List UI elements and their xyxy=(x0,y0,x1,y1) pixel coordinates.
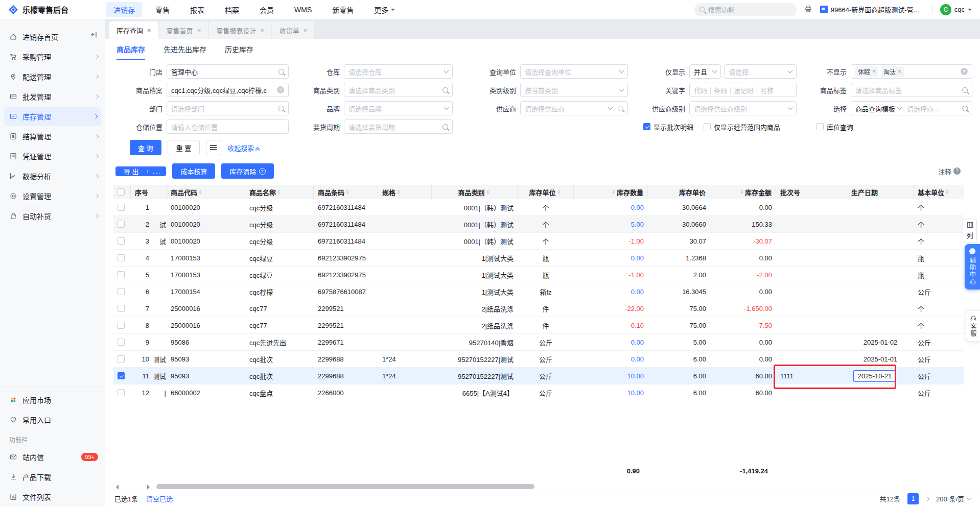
subtab-fifo-stock[interactable]: 先进先出库存 xyxy=(164,44,206,60)
sidebar-item-wholesale[interactable]: 批发管理 xyxy=(0,87,105,106)
stock-clear-button[interactable]: 库存清除? xyxy=(221,163,273,179)
nav-wms[interactable]: WMS xyxy=(287,3,319,16)
info-circle-icon[interactable]: ? xyxy=(953,167,961,175)
sort-icon[interactable] xyxy=(486,188,489,196)
collapse-search-link[interactable]: 收起搜索 xyxy=(227,143,259,153)
sidebar-item-analysis[interactable]: 数据分析 xyxy=(0,166,105,186)
table-row[interactable]: 825000016cqc7722995212|纸品洗涤件-0.1075.00-7… xyxy=(113,317,964,334)
sidebar-item-favorites[interactable]: 常用入口 xyxy=(0,410,105,429)
sort-icon[interactable] xyxy=(612,188,615,196)
column-settings-widget[interactable]: 列 xyxy=(963,219,977,243)
user-menu[interactable]: C cqc xyxy=(940,4,972,15)
brand-field[interactable]: 请选择品牌 xyxy=(344,101,453,115)
nav-member[interactable]: 会员 xyxy=(252,2,281,17)
row-checkbox[interactable] xyxy=(118,237,125,245)
next-page-button[interactable] xyxy=(925,496,929,500)
page-size-select[interactable]: 200 条/页 xyxy=(936,494,971,503)
goods-tag-field[interactable]: 请选择商品标签 xyxy=(851,83,972,97)
sort-icon[interactable] xyxy=(346,188,349,196)
clear-selection-link[interactable]: 清空已选 xyxy=(146,494,173,503)
checkbox-icon[interactable] xyxy=(643,123,650,130)
tab-inventory-query[interactable]: 库存查询× xyxy=(109,21,158,39)
keyword-field[interactable]: 代码｜条码｜速记码｜名称 xyxy=(689,83,797,97)
stock-qty-link[interactable]: 10.00 xyxy=(627,372,644,380)
column-header-unit[interactable]: 库存单位 xyxy=(518,185,574,199)
stock-qty-link[interactable]: 5.00 xyxy=(631,221,644,228)
column-header-amount[interactable]: 库存金额 xyxy=(710,185,776,199)
row-checkbox[interactable] xyxy=(118,322,125,329)
column-header-base_unit[interactable]: 基本单位 xyxy=(914,185,964,199)
sidebar-item-delivery[interactable]: 配送管理 xyxy=(0,67,105,86)
sort-icon[interactable] xyxy=(740,188,743,196)
filter-settings-button[interactable] xyxy=(206,140,221,155)
demand-cycle-field[interactable]: 请选择要货周期 xyxy=(344,119,453,134)
row-checkbox[interactable] xyxy=(118,339,125,346)
row-checkbox[interactable] xyxy=(118,221,125,228)
remove-tag-icon[interactable]: × xyxy=(898,68,901,75)
sidebar-item-settings[interactable]: 设置管理 xyxy=(0,186,105,206)
only-show-field[interactable]: 请选择 xyxy=(724,64,797,79)
tab-receipt[interactable]: 收货单× xyxy=(272,21,315,39)
table-row[interactable]: 617000154cqc柠檬69758766100871|测试大类箱fz0.00… xyxy=(113,283,964,300)
sidebar-item-files[interactable]: 文件列表 xyxy=(0,487,105,506)
sidebar-item-messages[interactable]: 站内信 99+ xyxy=(0,447,105,467)
customer-service-widget[interactable]: 客服 xyxy=(966,310,980,342)
global-search-input[interactable]: 搜索功能 xyxy=(694,3,797,16)
row-checkbox[interactable] xyxy=(118,271,125,278)
stock-qty-link[interactable]: -1.00 xyxy=(628,271,644,279)
sidebar-item-replenish[interactable]: 自动补货 xyxy=(0,206,105,226)
nav-archive[interactable]: 档案 xyxy=(218,2,246,17)
sidebar-item-voucher[interactable]: 凭证管理 xyxy=(0,147,105,166)
column-header-spec[interactable]: 规格 xyxy=(378,185,432,199)
row-checkbox[interactable] xyxy=(118,254,125,261)
search-button[interactable]: 查 询 xyxy=(130,140,161,155)
stock-qty-link[interactable]: 0.00 xyxy=(631,254,644,262)
row-checkbox[interactable] xyxy=(118,355,125,363)
select-all-checkbox[interactable] xyxy=(118,188,125,196)
close-icon[interactable]: × xyxy=(260,27,264,34)
checkbox-location-query[interactable]: 库位查询 xyxy=(816,122,853,132)
table-row[interactable]: 11测试95093cqc批次22996881*2495270152227|测试公… xyxy=(113,368,964,384)
sort-icon[interactable] xyxy=(557,188,561,196)
assist-center-tab[interactable]: 辅助中心 xyxy=(965,244,980,289)
reset-button[interactable]: 重 置 xyxy=(168,140,200,155)
export-button[interactable]: 导 出 ... xyxy=(115,166,166,176)
table-row[interactable]: 2试00100020cqc分级69721603114840001|（韩）测试个5… xyxy=(113,216,964,233)
department-field[interactable]: 请选择部门 xyxy=(167,101,289,115)
nav-jxc[interactable]: 进销存 xyxy=(106,2,142,17)
row-checkbox[interactable] xyxy=(118,372,125,379)
scroll-left-button[interactable] xyxy=(113,485,119,490)
table-row[interactable]: 725000016cqc7722995212|纸品洗涤件-22.0075.00-… xyxy=(113,300,964,317)
printer-icon[interactable] xyxy=(804,4,813,15)
stock-qty-link[interactable]: 10.00 xyxy=(627,389,644,397)
table-row[interactable]: 10测试95093cqc批次22996881*2495270152227|测试公… xyxy=(113,351,964,368)
row-checkbox[interactable] xyxy=(118,204,125,211)
close-icon[interactable]: × xyxy=(197,27,201,34)
remove-tag-icon[interactable]: × xyxy=(872,68,876,75)
stock-qty-link[interactable]: 0.00 xyxy=(631,204,644,211)
subtab-goods-stock[interactable]: 商品库存 xyxy=(116,44,145,60)
goods-archive-field[interactable]: cqc1,cqc分级,cqc绿豆,cqc柠檬,c× xyxy=(167,83,289,97)
stock-qty-link[interactable]: -0.10 xyxy=(628,322,644,329)
query-unit-field[interactable]: 请选择查询单位 xyxy=(520,64,628,79)
clear-icon[interactable]: × xyxy=(961,68,968,75)
column-header-code[interactable]: 商品代码 xyxy=(167,185,245,199)
sidebar-collapse-button[interactable] xyxy=(90,31,100,41)
table-row[interactable]: 12|66000002cqc盘点22660006655|【A测试4】公斤10.0… xyxy=(113,384,964,401)
goods-category-field[interactable]: 请选择商品类别 xyxy=(344,83,453,97)
checkbox-icon[interactable] xyxy=(704,123,711,130)
sidebar-item-downloads[interactable]: 产品下载 xyxy=(0,467,105,487)
sidebar-item-purchase[interactable]: 采购管理 xyxy=(0,47,105,66)
warehouse-field[interactable]: 请选择仓库 xyxy=(344,64,453,79)
row-checkbox[interactable] xyxy=(118,389,125,396)
stock-qty-link[interactable]: 0.00 xyxy=(631,355,644,363)
category-level-field[interactable]: 按当前类别 xyxy=(520,83,628,97)
sort-icon[interactable] xyxy=(277,188,281,196)
table-row[interactable]: 995086cqc先进先出229967195270140|香烟公斤0.005.0… xyxy=(113,334,964,351)
close-icon[interactable]: × xyxy=(304,27,308,34)
column-header-qty[interactable]: 库存数量 xyxy=(574,185,648,199)
column-header-name[interactable]: 商品名称 xyxy=(245,185,314,199)
row-checkbox[interactable] xyxy=(118,305,125,312)
row-checkbox[interactable] xyxy=(118,288,125,295)
stock-qty-link[interactable]: 0.00 xyxy=(631,339,644,346)
